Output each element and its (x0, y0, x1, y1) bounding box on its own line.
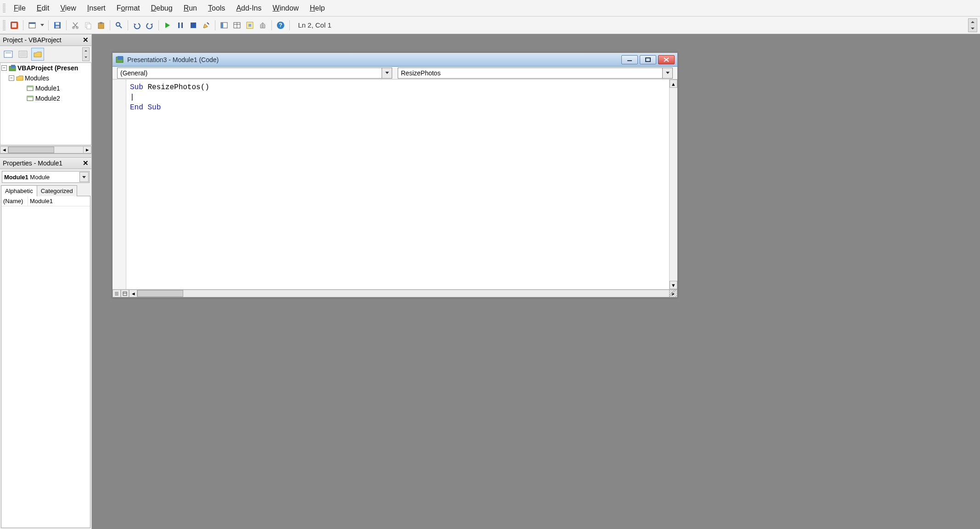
project-tree-hscroll[interactable]: ◂ ▸ (0, 145, 91, 154)
procedure-dropdown[interactable]: ResizePhotos (398, 68, 673, 79)
properties-panel-close-icon[interactable]: ✕ (80, 158, 90, 168)
menu-run[interactable]: RunRun (178, 2, 203, 14)
menu-addins[interactable]: Add-InsAdd-Ins (231, 2, 267, 14)
cut-icon[interactable] (69, 19, 81, 31)
pause-icon[interactable] (175, 19, 186, 31)
folder-icon (16, 74, 24, 82)
svg-rect-12 (100, 22, 102, 24)
code-window: Presentation3 - Module1 (Code) (General)… (112, 52, 678, 298)
svg-rect-28 (4, 51, 12, 57)
help-icon[interactable]: ? (275, 19, 287, 31)
minimize-button[interactable] (621, 55, 638, 64)
vbaproject-icon (8, 64, 17, 72)
object-browser-icon[interactable] (244, 19, 256, 31)
module-icon (26, 85, 34, 92)
stop-icon[interactable] (187, 19, 199, 31)
menu-window[interactable]: WindowWindow (267, 2, 304, 14)
code-window-icon (115, 55, 124, 64)
code-body: Sub ResizePhotos() | End Sub ▴ ▾ (113, 80, 677, 289)
svg-rect-6 (56, 26, 59, 28)
menu-view[interactable]: ViewView (55, 2, 81, 14)
properties-tabs: Alphabetic Categorized (0, 185, 91, 196)
properties-grid[interactable]: (Name) Module1 (1, 196, 90, 528)
project-toolbar-overflow[interactable] (82, 47, 90, 61)
menu-format[interactable]: FormatFormat (111, 2, 146, 14)
tree-collapse-icon[interactable]: − (1, 65, 7, 71)
scroll-up-icon[interactable]: ▴ (670, 80, 677, 88)
design-mode-icon[interactable] (200, 19, 212, 31)
mdi-workarea: Presentation3 - Module1 (Code) (General)… (92, 34, 980, 529)
project-panel-close-icon[interactable]: ✕ (80, 35, 90, 45)
resize-grip-icon[interactable] (669, 289, 677, 297)
tree-collapse-icon[interactable]: − (9, 75, 14, 81)
close-button[interactable] (658, 55, 675, 64)
copy-icon[interactable] (82, 19, 94, 31)
svg-rect-17 (191, 23, 196, 28)
svg-rect-10 (87, 24, 91, 29)
horizontal-scrollbar[interactable] (137, 290, 669, 297)
insert-module-icon[interactable] (26, 19, 38, 31)
menu-tools[interactable]: ToolsTools (203, 2, 231, 14)
toolbar-overflow[interactable] (968, 18, 977, 32)
tree-module-label[interactable]: Module1 (35, 85, 60, 92)
procedure-view-icon[interactable] (113, 290, 121, 297)
maximize-button[interactable] (640, 55, 656, 64)
menu-insert[interactable]: InsertInsert (82, 2, 111, 14)
properties-panel-title: Properties - Module1 ✕ (0, 157, 91, 169)
scroll-down-icon[interactable]: ▾ (670, 281, 677, 289)
svg-rect-15 (178, 23, 180, 28)
toggle-folders-icon[interactable] (31, 48, 44, 61)
code-editor[interactable]: Sub ResizePhotos() | End Sub (126, 80, 669, 289)
tab-alphabetic[interactable]: Alphabetic (1, 185, 37, 196)
tree-root-label: VBAProject (Presen (17, 64, 78, 72)
scroll-left-icon[interactable]: ◂ (129, 290, 137, 297)
dropdown-arrow-icon[interactable] (79, 172, 89, 182)
view-object-icon[interactable] (17, 48, 29, 61)
cursor-position-label: Ln 2, Col 1 (298, 21, 332, 29)
svg-line-14 (119, 26, 122, 28)
menubar-grip (3, 4, 6, 13)
property-value[interactable]: Module1 (28, 196, 90, 206)
menu-debug[interactable]: DebugDebug (146, 2, 178, 14)
toolbar-grip (3, 20, 6, 30)
scroll-thumb[interactable] (137, 290, 183, 297)
paste-icon[interactable] (95, 19, 107, 31)
properties-object-dropdown[interactable]: Module1 Module (2, 171, 90, 183)
object-dropdown-value: (General) (120, 69, 147, 77)
tree-modules-folder-label: Modules (25, 74, 49, 82)
insert-module-dropdown[interactable] (39, 19, 45, 31)
procedure-dropdown-value: ResizePhotos (401, 69, 440, 77)
tab-categorized[interactable]: Categorized (37, 185, 77, 196)
tree-module-label[interactable]: Module2 (35, 95, 60, 102)
run-icon[interactable] (162, 19, 174, 31)
scroll-left-icon[interactable]: ◂ (0, 146, 8, 154)
menu-edit[interactable]: EditEdit (31, 2, 55, 14)
scroll-thumb[interactable] (8, 147, 54, 153)
svg-rect-41 (646, 58, 650, 62)
module-icon (26, 95, 34, 102)
powerpoint-icon[interactable] (8, 19, 20, 31)
save-icon[interactable] (51, 19, 63, 31)
project-explorer-icon[interactable] (218, 19, 230, 31)
object-dropdown[interactable]: (General) (117, 68, 392, 79)
code-window-titlebar[interactable]: Presentation3 - Module1 (Code) (113, 53, 677, 67)
scroll-right-icon[interactable]: ▸ (83, 146, 91, 154)
toolbox-icon[interactable] (257, 19, 269, 31)
svg-rect-37 (27, 96, 33, 97)
redo-icon[interactable] (144, 19, 156, 31)
menu-file[interactable]: FFileile (8, 2, 31, 14)
dropdown-arrow-icon[interactable] (382, 68, 392, 78)
menu-bar: FFileile EditEdit ViewView InsertInsert … (0, 0, 980, 17)
find-icon[interactable] (113, 19, 125, 31)
dropdown-arrow-icon[interactable] (662, 68, 672, 78)
properties-window-icon[interactable] (231, 19, 243, 31)
full-module-view-icon[interactable] (121, 290, 129, 297)
undo-icon[interactable] (131, 19, 143, 31)
properties-object-type: Module (30, 174, 50, 181)
view-code-icon[interactable] (2, 48, 15, 61)
main-area: Project - VBAProject ✕ − VBAProject (Pre… (0, 34, 980, 529)
code-window-selectors: (General) ResizePhotos (113, 67, 677, 80)
project-tree[interactable]: − VBAProject (Presen − Modules Module1 M… (0, 63, 91, 145)
vertical-scrollbar[interactable]: ▴ ▾ (669, 80, 677, 289)
menu-help[interactable]: HelpHelp (304, 2, 330, 14)
